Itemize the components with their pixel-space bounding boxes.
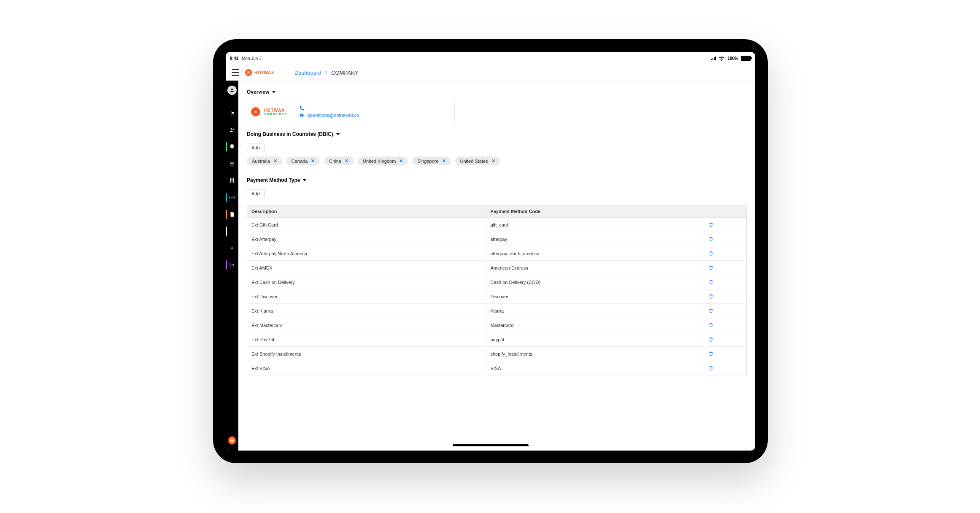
table-row: Ext KlarnaKlarna xyxy=(247,304,747,318)
cell-description: Ext Klarna xyxy=(247,304,486,318)
country-chip-label: Canada xyxy=(292,159,308,164)
sidebar-item-building[interactable] xyxy=(228,177,236,184)
remove-country-icon[interactable]: ✕ xyxy=(442,158,446,164)
col-code: Payment Method Code xyxy=(486,205,704,218)
sidebar-item-docs[interactable] xyxy=(228,211,236,218)
add-country-button[interactable]: Add xyxy=(247,143,265,152)
table-row: Ext MastercardMastercard xyxy=(247,318,747,332)
caret-icon xyxy=(272,91,276,93)
breadcrumb-current: COMPANY xyxy=(331,70,359,76)
remove-country-icon[interactable]: ✕ xyxy=(491,158,495,164)
svg-point-1 xyxy=(231,115,232,116)
remove-country-icon[interactable]: ✕ xyxy=(399,158,403,164)
battery-text: 100% xyxy=(727,56,738,61)
cell-code: gift_card xyxy=(486,218,704,232)
cell-description: Ext AMEX xyxy=(247,261,486,275)
tablet-frame: 9:41 Mon Jun 3 100% HOTWAX xyxy=(213,39,768,463)
breadcrumb: Dashboard / COMPANY xyxy=(294,70,359,76)
brand-text: HOTWAX xyxy=(254,70,274,75)
remove-country-icon[interactable]: ✕ xyxy=(273,158,277,164)
cell-code: afterpay_north_america xyxy=(486,246,704,261)
delete-payment-button[interactable] xyxy=(708,365,742,371)
topbar: HOTWAX Dashboard / COMPANY xyxy=(226,65,755,81)
remove-country-icon[interactable]: ✕ xyxy=(311,158,315,164)
section-dbic[interactable]: Doing Business in Countries (DBIC) xyxy=(247,131,747,137)
breadcrumb-root[interactable]: Dashboard xyxy=(294,70,321,76)
countries-chips: Australia✕Canada✕China✕United Kingdom✕Si… xyxy=(247,157,747,165)
svg-point-3 xyxy=(231,128,232,130)
add-payment-button[interactable]: Add xyxy=(247,189,265,198)
country-chip-label: Australia xyxy=(252,159,270,164)
company-logo-top: HOTWAX xyxy=(264,108,288,113)
delete-payment-button[interactable] xyxy=(708,294,742,299)
sidebar-item-list[interactable] xyxy=(228,160,236,167)
brand-icon xyxy=(245,69,252,76)
sidebar-avatar[interactable] xyxy=(227,86,237,95)
delete-payment-button[interactable] xyxy=(708,337,742,342)
country-chip-label: United Kingdom xyxy=(363,159,396,164)
menu-toggle[interactable] xyxy=(232,69,239,76)
delete-payment-button[interactable] xyxy=(708,265,742,270)
sidebar-item-settings[interactable] xyxy=(228,244,236,252)
phone-icon xyxy=(299,106,304,111)
brand-logo[interactable]: HOTWAX xyxy=(245,69,274,76)
delete-payment-button[interactable] xyxy=(708,236,742,242)
svg-point-4 xyxy=(232,129,234,130)
sidebar-item-payments[interactable] xyxy=(228,194,236,201)
cell-actions xyxy=(704,289,747,304)
company-phone[interactable] xyxy=(299,106,359,111)
status-time: 9:41 xyxy=(230,56,238,61)
delete-payment-button[interactable] xyxy=(708,351,742,356)
sidebar-item-divider xyxy=(228,227,236,235)
cell-actions xyxy=(704,304,747,318)
home-indicator[interactable] xyxy=(453,444,529,446)
svg-rect-7 xyxy=(230,165,234,165)
cell-code: Klarna xyxy=(486,304,704,318)
country-chip-label: Singapore xyxy=(417,159,438,164)
status-date: Mon Jun 3 xyxy=(242,56,262,61)
svg-point-0 xyxy=(231,89,233,90)
company-logo-bottom: COMMERCE xyxy=(264,113,288,116)
statusbar: 9:41 Mon Jun 3 100% xyxy=(226,52,755,65)
section-overview-label: Overview xyxy=(247,89,269,95)
company-email[interactable]: operations@notnaked.co xyxy=(299,113,359,118)
cell-actions xyxy=(704,232,747,246)
table-row: Ext Afterpay North Americaafterpay_north… xyxy=(247,246,747,261)
cell-description: Ext Afterpay xyxy=(247,232,486,246)
cell-actions xyxy=(704,318,747,332)
sidebar-brand-icon xyxy=(228,436,236,445)
delete-payment-button[interactable] xyxy=(708,279,742,285)
cell-code: American Express xyxy=(486,261,704,275)
screen: 9:41 Mon Jun 3 100% HOTWAX xyxy=(226,52,755,451)
table-row: Ext DiscoverDiscover xyxy=(247,289,747,304)
country-chip-label: China xyxy=(329,159,341,164)
cell-actions xyxy=(704,275,747,289)
section-payment[interactable]: Payment Method Type xyxy=(247,177,747,183)
cell-code: VISA xyxy=(486,361,704,375)
table-row: Ext VISAVISA xyxy=(247,361,747,375)
overview-card: HOTWAX COMMERCE operations@notnaked.co xyxy=(247,99,747,128)
table-row: Ext Gift Cardgift_card xyxy=(247,218,747,232)
delete-payment-button[interactable] xyxy=(708,322,742,328)
country-chip: Canada✕ xyxy=(286,157,320,165)
country-chip: Singapore✕ xyxy=(412,157,451,165)
cell-code: Cash on Delivery (COD) xyxy=(486,275,704,289)
section-overview[interactable]: Overview xyxy=(247,89,747,95)
sidebar-item-logout[interactable] xyxy=(228,261,236,269)
svg-rect-6 xyxy=(230,163,234,164)
mail-icon xyxy=(299,113,304,118)
remove-country-icon[interactable]: ✕ xyxy=(345,158,348,164)
delete-payment-button[interactable] xyxy=(708,222,742,227)
cell-description: Ext Discover xyxy=(247,289,486,304)
sidebar-item-shipping[interactable] xyxy=(228,143,236,151)
sidebar-item-cart[interactable] xyxy=(228,109,236,117)
payment-methods-table: Description Payment Method Code Ext Gift… xyxy=(247,205,747,375)
sidebar-item-users[interactable] xyxy=(228,126,236,134)
cellular-icon xyxy=(711,57,716,60)
table-row: Ext Shopify Installmentsshopify_installm… xyxy=(247,347,747,361)
col-actions xyxy=(704,205,747,218)
delete-payment-button[interactable] xyxy=(708,251,742,256)
cell-description: Ext Mastercard xyxy=(247,318,486,332)
delete-payment-button[interactable] xyxy=(708,308,742,313)
country-chip: United States✕ xyxy=(455,157,500,165)
